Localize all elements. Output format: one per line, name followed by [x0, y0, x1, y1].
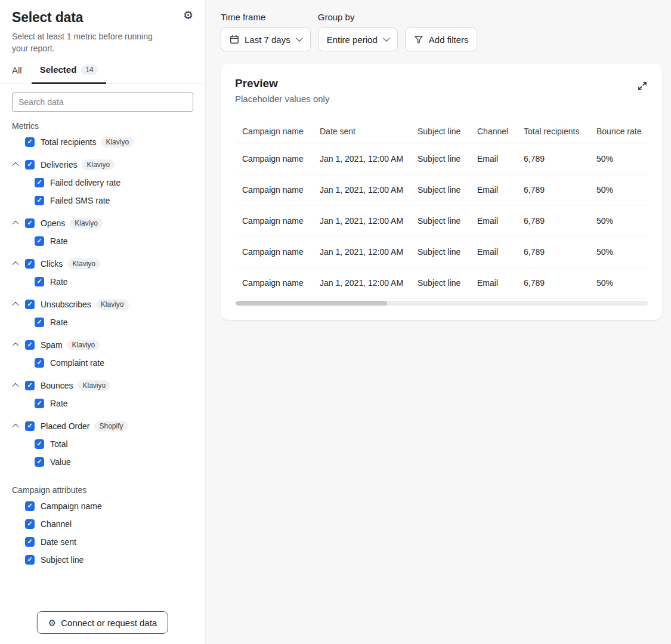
gear-icon: ⚙	[48, 618, 56, 627]
metric-label: Rate	[50, 277, 68, 286]
group-by-label: Group by	[318, 12, 398, 23]
metric-label: Total	[50, 439, 68, 449]
report-builder-main: Time frame Last 7 days Group by Entire p…	[206, 0, 671, 644]
chevron-up-icon[interactable]	[12, 343, 25, 347]
metric-label: Unsubscribes	[41, 300, 91, 309]
chevron-up-icon[interactable]	[12, 383, 25, 388]
metric-row: Placed OrderShopify	[0, 417, 205, 435]
table-cell: 6,789	[524, 154, 596, 164]
connect-data-button[interactable]: ⚙ Connect or request data	[37, 611, 168, 634]
metric-child-row: Failed delivery rate	[0, 174, 205, 192]
checkbox[interactable]	[25, 501, 35, 511]
tab-all[interactable]: All	[12, 65, 22, 84]
table-cell: Jan 1, 2021, 12:00 AM	[320, 185, 418, 195]
tab-selected[interactable]: Selected14	[32, 64, 106, 84]
table-cell: Email	[477, 247, 524, 257]
table-cell: 6,789	[524, 185, 596, 195]
checkbox[interactable]	[35, 178, 44, 187]
checkbox[interactable]	[25, 519, 35, 529]
checkbox[interactable]	[35, 318, 44, 327]
select-data-panel: Select data ⚙ Select at least 1 metric b…	[0, 0, 206, 644]
chevron-up-icon[interactable]	[12, 221, 25, 226]
checkbox[interactable]	[25, 555, 35, 565]
table-row: Campaign nameJan 1, 2021, 12:00 AMSubjec…	[235, 267, 648, 298]
expand-icon[interactable]	[637, 81, 648, 94]
group-by-select[interactable]: Entire period	[318, 27, 398, 51]
group-by-value: Entire period	[327, 35, 378, 45]
table-cell: Jan 1, 2021, 12:00 AM	[320, 154, 418, 164]
metric-child-row: Failed SMS rate	[0, 192, 205, 209]
chevron-up-icon[interactable]	[12, 424, 25, 429]
table-cell: 50%	[596, 154, 648, 164]
metric-label: Complaint rate	[50, 358, 104, 368]
metric-row: UnsubscribesKlaviyo	[0, 295, 205, 313]
checkbox[interactable]	[25, 381, 35, 390]
chevron-up-icon[interactable]	[12, 261, 25, 266]
tab-label: All	[12, 65, 22, 75]
checkbox[interactable]	[35, 399, 44, 408]
tab-bar: AllSelected14	[0, 64, 205, 84]
chevron-up-icon[interactable]	[12, 302, 25, 307]
time-frame-value: Last 7 days	[245, 35, 290, 45]
metric-child-row: Rate	[0, 395, 205, 412]
checkbox[interactable]	[25, 340, 35, 350]
metric-row: Total recipientsKlaviyo	[0, 133, 205, 151]
table-cell: 50%	[596, 216, 648, 226]
horizontal-scrollbar[interactable]	[235, 301, 648, 306]
attribute-label: Date sent	[41, 537, 76, 547]
settings-gear-icon[interactable]: ⚙	[183, 10, 193, 21]
checkbox[interactable]	[35, 457, 44, 467]
column-header: Subject line	[418, 127, 477, 136]
preview-card: Preview Placeholder values only Campaign…	[221, 64, 662, 320]
table-cell: 50%	[596, 185, 648, 195]
scrollbar-thumb[interactable]	[236, 301, 387, 306]
metric-child-row: Rate	[0, 232, 205, 250]
connect-data-label: Connect or request data	[61, 618, 157, 628]
source-badge: Klaviyo	[67, 258, 100, 269]
metric-row: SpamKlaviyo	[0, 336, 205, 354]
metric-row: BouncesKlaviyo	[0, 377, 205, 395]
table-cell: Email	[477, 216, 524, 226]
table-header-row: Campaign nameDate sentSubject lineChanne…	[235, 119, 648, 143]
checkbox[interactable]	[25, 218, 35, 228]
metric-row: ClicksKlaviyo	[0, 255, 205, 273]
metric-child-row: Total	[0, 435, 205, 453]
chevron-up-icon[interactable]	[12, 162, 25, 167]
time-frame-label: Time frame	[221, 12, 311, 23]
attributes-heading: Campaign attributes	[0, 485, 205, 495]
table-cell: Campaign name	[242, 247, 320, 257]
column-header: Channel	[477, 127, 524, 136]
checkbox[interactable]	[25, 421, 35, 431]
checkbox[interactable]	[35, 439, 44, 449]
tab-label: Selected	[40, 64, 77, 75]
checkbox[interactable]	[35, 196, 44, 205]
checkbox[interactable]	[25, 259, 35, 269]
checkbox[interactable]	[25, 160, 35, 170]
metric-label: Clicks	[41, 259, 63, 269]
source-badge: Klaviyo	[82, 159, 115, 170]
checkbox[interactable]	[25, 537, 35, 547]
source-badge: Klaviyo	[70, 218, 103, 229]
table-body: Campaign nameJan 1, 2021, 12:00 AMSubjec…	[235, 143, 648, 298]
attribute-row: Date sent	[0, 533, 205, 551]
table-cell: Jan 1, 2021, 12:00 AM	[320, 216, 418, 226]
checkbox[interactable]	[35, 236, 44, 246]
checkbox[interactable]	[35, 277, 44, 286]
preview-subtitle: Placeholder values only	[235, 94, 329, 104]
checkbox[interactable]	[25, 137, 35, 147]
column-header: Bounce rate	[596, 127, 648, 136]
attribute-label: Channel	[41, 519, 72, 529]
checkbox[interactable]	[35, 358, 44, 368]
metric-row: OpensKlaviyo	[0, 214, 205, 232]
table-cell: Campaign name	[242, 216, 320, 226]
time-frame-select[interactable]: Last 7 days	[221, 27, 311, 51]
search-input[interactable]	[12, 93, 193, 112]
source-badge: Klaviyo	[96, 299, 129, 310]
add-filters-button[interactable]: Add filters	[405, 27, 478, 51]
source-badge: Klaviyo	[67, 340, 100, 350]
table-cell: 6,789	[524, 216, 596, 226]
checkbox[interactable]	[25, 300, 35, 309]
table-cell: Campaign name	[242, 154, 320, 164]
metrics-list: Total recipientsKlaviyoDeliveriesKlaviyo…	[0, 133, 205, 471]
metric-label: Rate	[50, 399, 68, 408]
